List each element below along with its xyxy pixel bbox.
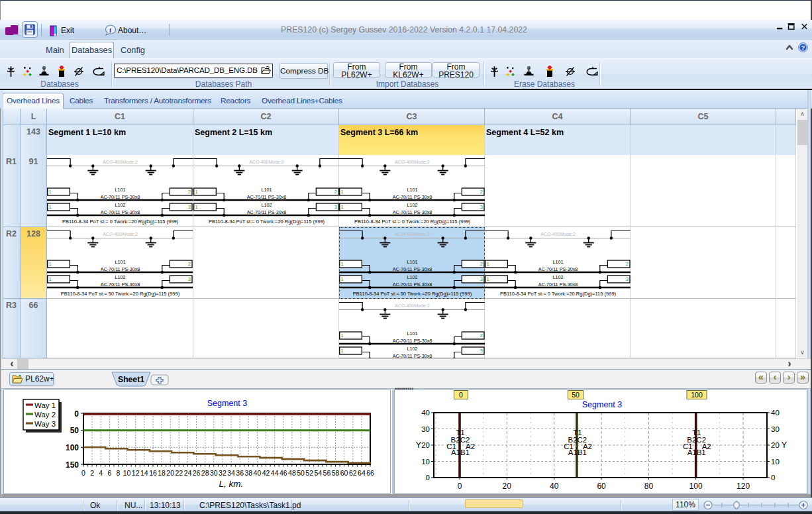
svg-text:Sheet1: Sheet1 (118, 375, 144, 384)
svg-text:PB110-8-34 PoT st:= 0 Twork:=2: PB110-8-34 PoT st:= 0 Twork:=20 Rg(Dg)=1… (209, 219, 325, 225)
svg-text:3: 3 (480, 348, 483, 354)
svg-text:64: 64 (358, 469, 366, 477)
svg-text:L101: L101 (407, 187, 417, 193)
svg-text:24: 24 (184, 469, 192, 477)
svg-text:2: 2 (188, 262, 191, 268)
svg-text:40: 40 (254, 469, 262, 477)
svg-text:L102: L102 (552, 274, 563, 280)
svg-text:40: 40 (771, 409, 780, 417)
svg-text:20: 20 (503, 482, 512, 491)
svg-text:50: 50 (297, 469, 305, 477)
svg-text:56: 56 (323, 469, 331, 477)
svg-text:PB110-8-34 PoT st:= 50 Twork:=: PB110-8-34 PoT st:= 50 Twork:=20 Rg(Dg)=… (353, 291, 472, 297)
svg-text:0: 0 (74, 409, 79, 419)
svg-text:62: 62 (349, 469, 357, 477)
svg-text:Y: Y (782, 440, 787, 450)
svg-text:50: 50 (70, 426, 79, 435)
svg-text:L102: L102 (407, 202, 417, 208)
svg-text:30: 30 (771, 425, 780, 433)
svg-text:AC-70/11 PS-30x8: AC-70/11 PS-30x8 (101, 266, 140, 272)
svg-text:AC-70/11 PS-30x8: AC-70/11 PS-30x8 (247, 194, 287, 200)
svg-text:1: 1 (341, 189, 344, 195)
svg-text:Y: Y (416, 440, 422, 450)
svg-text:PB110-8-34 PoT st:= 0 Twork:=2: PB110-8-34 PoT st:= 0 Twork:=20 Rg(Dg)=1… (354, 219, 471, 225)
svg-text:Way 1: Way 1 (34, 401, 56, 409)
svg-text:ACO-400Mode:2: ACO-400Mode:2 (540, 232, 576, 237)
svg-text:ACO-400Mode:2: ACO-400Mode:2 (103, 232, 138, 237)
svg-text:32: 32 (219, 469, 227, 477)
svg-text:AC-70/11 PS-30x8: AC-70/11 PS-30x8 (393, 353, 432, 358)
svg-text:ACO-400Mode:2: ACO-400Mode:2 (249, 160, 284, 165)
svg-text:80: 80 (644, 482, 654, 491)
svg-text:28: 28 (201, 469, 209, 477)
svg-text:L101: L101 (407, 331, 417, 336)
svg-text:46: 46 (279, 469, 287, 477)
svg-text:60: 60 (597, 482, 606, 491)
svg-text:100: 100 (691, 391, 703, 399)
svg-text:18: 18 (158, 469, 166, 477)
svg-text:14: 14 (140, 469, 148, 477)
svg-text:0: 0 (771, 474, 775, 482)
svg-text:ACO-400Mode:2: ACO-400Mode:2 (395, 160, 430, 165)
svg-text:12: 12 (132, 469, 140, 477)
svg-text:16: 16 (149, 469, 157, 477)
svg-text:26: 26 (193, 469, 201, 477)
svg-text:0: 0 (458, 482, 462, 491)
svg-text:1: 1 (341, 333, 344, 339)
svg-text:40: 40 (550, 482, 559, 491)
svg-text:2: 2 (480, 262, 483, 268)
svg-text:A1B1: A1B1 (687, 448, 706, 456)
svg-text:ACO-400Mode:2: ACO-400Mode:2 (103, 160, 138, 165)
svg-text:34: 34 (227, 469, 235, 477)
svg-text:22: 22 (175, 469, 183, 477)
svg-text:150: 150 (66, 460, 79, 470)
svg-text:40: 40 (421, 409, 430, 417)
svg-text:10: 10 (421, 458, 430, 466)
svg-text:120: 120 (736, 482, 750, 491)
svg-text:3: 3 (334, 205, 337, 211)
svg-text:3: 3 (480, 277, 483, 283)
svg-text:44: 44 (271, 469, 279, 477)
svg-text:48: 48 (288, 469, 296, 477)
svg-text:42: 42 (262, 469, 270, 477)
svg-text:AC-70/11 PS-30x8: AC-70/11 PS-30x8 (101, 282, 140, 287)
svg-text:L102: L102 (407, 274, 417, 280)
svg-text:L102: L102 (261, 202, 272, 208)
svg-text:20: 20 (166, 469, 174, 477)
svg-text:2: 2 (626, 262, 629, 268)
svg-text:AC-70/11 PS-30x8: AC-70/11 PS-30x8 (393, 266, 432, 272)
svg-text:2: 2 (480, 333, 483, 339)
svg-text:66: 66 (366, 469, 374, 477)
svg-text:PB110-8-34 PoT st:= 50 Twork:=: PB110-8-34 PoT st:= 50 Twork:=20 Rg(Dg)=… (61, 291, 180, 297)
svg-text:L102: L102 (407, 346, 417, 352)
svg-text:AC-70/11 PS-30x8: AC-70/11 PS-30x8 (101, 194, 140, 200)
svg-text:8: 8 (117, 469, 121, 477)
svg-text:1: 1 (49, 205, 52, 211)
svg-text:2: 2 (480, 189, 483, 195)
svg-text:AC-70/11 PS-30x8: AC-70/11 PS-30x8 (247, 209, 287, 215)
svg-text:1: 1 (49, 262, 52, 268)
svg-text:AC-70/11 PS-30x8: AC-70/11 PS-30x8 (538, 282, 578, 287)
svg-text:Segment 3: Segment 3 (582, 400, 623, 409)
svg-text:30: 30 (210, 469, 218, 477)
svg-text:A1B1: A1B1 (451, 448, 470, 456)
svg-text:36: 36 (236, 469, 244, 477)
svg-text:L101: L101 (115, 259, 125, 265)
svg-text:AC-70/11 PS-30x8: AC-70/11 PS-30x8 (101, 209, 140, 215)
svg-text:L, km.: L, km. (219, 479, 244, 489)
svg-text:30: 30 (421, 425, 430, 433)
svg-text:1: 1 (341, 205, 344, 211)
svg-text:AC-70/11 PS-30x8: AC-70/11 PS-30x8 (393, 338, 432, 344)
svg-text:1: 1 (195, 205, 198, 211)
svg-text:Way 3: Way 3 (34, 420, 56, 428)
svg-text:20: 20 (771, 441, 780, 449)
svg-text:10: 10 (123, 469, 131, 477)
svg-text:1: 1 (487, 262, 489, 268)
svg-text:AC-70/11 PS-30x8: AC-70/11 PS-30x8 (538, 266, 578, 272)
svg-text:1: 1 (341, 277, 344, 283)
svg-text:1: 1 (49, 277, 52, 283)
svg-text:Way 2: Way 2 (34, 411, 56, 419)
svg-text:4: 4 (99, 469, 103, 477)
svg-text:54: 54 (314, 469, 322, 477)
svg-text:10: 10 (771, 458, 780, 466)
